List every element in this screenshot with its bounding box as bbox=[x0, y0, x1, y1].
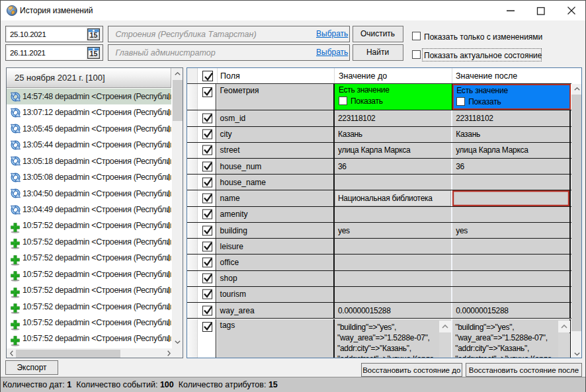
svg-text:15: 15 bbox=[89, 50, 97, 58]
svg-text:15: 15 bbox=[89, 31, 97, 39]
